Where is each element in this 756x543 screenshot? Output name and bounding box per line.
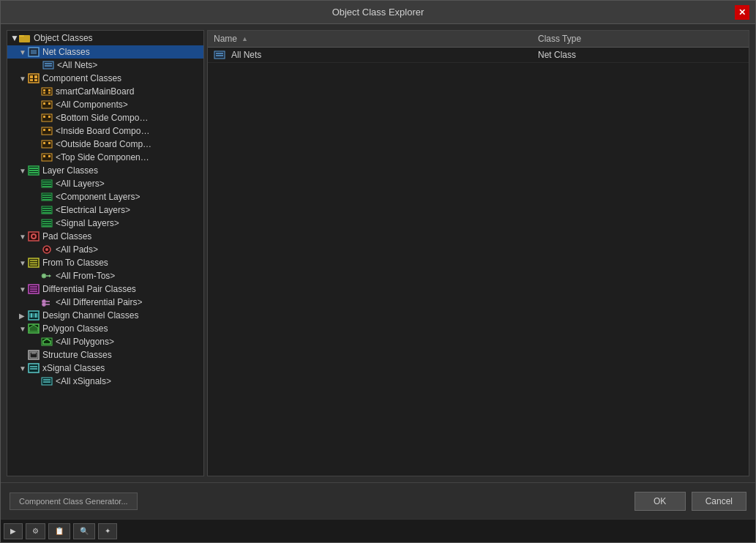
smartcar-label: smartCarMainBoard [56, 86, 134, 97]
all-diffpairs-row[interactable]: <All Differential Pairs> [7, 296, 203, 309]
row-type-cell: Net Class [538, 50, 743, 60]
smartcar-row[interactable]: smartCarMainBoard [7, 85, 203, 98]
taskbar-btn-5[interactable]: ✦ [98, 523, 117, 539]
svg-rect-49 [42, 212, 51, 214]
component-layers-label: <Component Layers> [56, 192, 140, 202]
top-side-label: <Top Side Componen… [56, 152, 149, 162]
svg-rect-17 [43, 92, 45, 94]
component-class-icon [28, 73, 40, 83]
xsignal-classes-arrow: ▼ [19, 364, 26, 372]
top-side-row[interactable]: <Top Side Componen… [7, 151, 203, 164]
layer-classes-row[interactable]: ▼ Layer Classes [7, 164, 203, 177]
polygon-class-icon [28, 323, 40, 334]
electrical-layers-row[interactable]: <Electrical Layers> [7, 203, 203, 217]
pad-classes-row[interactable]: ▼ Pad Classes [7, 230, 203, 243]
component-layers-row[interactable]: <Component Layers> [7, 190, 203, 203]
col-name-header[interactable]: Name ▲ [214, 34, 538, 44]
row-net-icon [214, 50, 225, 60]
layer-classes-label: Layer Classes [42, 165, 98, 176]
component-item-icon-4 [41, 126, 53, 136]
fromto-classes-label: From To Classes [42, 258, 108, 268]
polygon-classes-row[interactable]: ▼ Polygon Classes [7, 322, 203, 335]
all-polygons-row[interactable]: <All Polygons> [7, 335, 203, 348]
fromto-class-icon [28, 258, 40, 268]
svg-rect-16 [48, 89, 50, 91]
taskbar-btn-2[interactable]: ⚙ [26, 523, 45, 539]
fromto-classes-row[interactable]: ▼ From To Classes [7, 256, 203, 269]
diffpair-classes-arrow: ▼ [19, 285, 26, 293]
polygon-classes-arrow: ▼ [19, 325, 26, 333]
inside-board-row[interactable]: <Inside Board Compo… [7, 124, 203, 138]
svg-rect-85 [31, 352, 36, 354]
all-layers-label: <All Layers> [56, 179, 105, 189]
layer-class-icon [28, 165, 40, 176]
diffpair-classes-row[interactable]: ▼ Differential Pair Classes [7, 282, 203, 296]
all-diffpairs-label: <All Differential Pairs> [56, 297, 143, 307]
taskbar: ▶ ⚙ 📋 🔍 ✦ [1, 519, 755, 542]
component-classes-row[interactable]: ▼ Component Classes [7, 72, 203, 85]
layer-item-icon-3 [41, 205, 53, 215]
svg-rect-40 [42, 184, 51, 185]
svg-rect-12 [30, 79, 33, 81]
svg-rect-39 [42, 181, 51, 183]
structure-classes-label: Structure Classes [42, 350, 112, 360]
xsignal-class-icon [28, 363, 40, 373]
close-button[interactable]: ✕ [735, 5, 749, 20]
component-item-icon-2 [41, 100, 53, 110]
all-layers-row[interactable]: <All Layers> [7, 177, 203, 190]
bottom-side-row[interactable]: <Bottom Side Compo… [7, 111, 203, 124]
all-components-row[interactable]: <All Components> [7, 98, 203, 111]
svg-rect-1 [19, 35, 24, 37]
all-fromtos-row[interactable]: <All From-Tos> [7, 269, 203, 282]
svg-rect-6 [43, 61, 53, 69]
component-generator-button[interactable]: Component Class Generator... [10, 493, 138, 510]
layer-item-icon-2 [41, 192, 53, 202]
design-channel-label: Design Channel Classes [42, 310, 138, 321]
signal-layers-row[interactable]: <Signal Layers> [7, 217, 203, 230]
taskbar-btn-3[interactable]: 📋 [48, 523, 70, 539]
col-type-header[interactable]: Class Type [538, 34, 743, 44]
svg-rect-92 [214, 51, 225, 59]
tree-root[interactable]: ▼ Object Classes [7, 31, 203, 45]
table-row[interactable]: All Nets Net Class [208, 48, 749, 63]
all-nets-label: <All Nets> [57, 60, 97, 70]
svg-rect-10 [30, 75, 33, 78]
pad-classes-arrow: ▼ [19, 233, 26, 241]
taskbar-btn-1[interactable]: ▶ [4, 523, 23, 539]
structure-class-icon [28, 350, 40, 360]
net-classes-row[interactable]: ▼ Net Classes [7, 45, 203, 59]
svg-rect-52 [42, 223, 51, 225]
component-classes-arrow: ▼ [19, 75, 26, 83]
dialog-actions: OK Cancel [635, 492, 746, 511]
taskbar-btn-4[interactable]: 🔍 [73, 523, 95, 539]
pad-item-icon [41, 244, 53, 255]
svg-rect-13 [34, 79, 37, 81]
all-nets-row[interactable]: <All Nets> [7, 59, 203, 72]
bottom-bar: Component Class Generator... OK Cancel [1, 482, 755, 519]
tree-panel: ▼ Object Classes ▼ Net Classes [7, 30, 204, 476]
svg-rect-23 [43, 116, 45, 118]
design-channel-row[interactable]: ▶ Design Channel Classes [7, 309, 203, 322]
signal-layers-label: <Signal Layers> [56, 218, 119, 228]
svg-rect-37 [29, 172, 38, 173]
title-bar: Object Class Explorer ✕ [1, 1, 755, 24]
svg-rect-36 [29, 170, 38, 171]
structure-classes-row[interactable]: Structure Classes [7, 348, 203, 362]
cancel-button[interactable]: Cancel [692, 492, 746, 511]
svg-rect-41 [42, 186, 51, 187]
pad-class-icon [28, 231, 40, 241]
diffpair-classes-label: Differential Pair Classes [42, 284, 136, 294]
all-xsignals-label: <All xSignals> [56, 376, 111, 386]
row-type-value: Net Class [538, 50, 576, 60]
all-xsignals-row[interactable]: <All xSignals> [7, 375, 203, 388]
svg-rect-21 [48, 102, 50, 105]
all-pads-row[interactable]: <All Pads> [7, 243, 203, 256]
xsignal-classes-label: xSignal Classes [42, 363, 105, 373]
all-fromtos-label: <All From-Tos> [56, 271, 115, 281]
svg-rect-29 [43, 142, 45, 144]
ok-button[interactable]: OK [635, 492, 686, 511]
root-label: Object Classes [34, 33, 93, 43]
xsignal-classes-row[interactable]: ▼ xSignal Classes [7, 362, 203, 375]
outside-board-row[interactable]: <Outside Board Comp… [7, 138, 203, 151]
svg-rect-75 [29, 313, 38, 318]
